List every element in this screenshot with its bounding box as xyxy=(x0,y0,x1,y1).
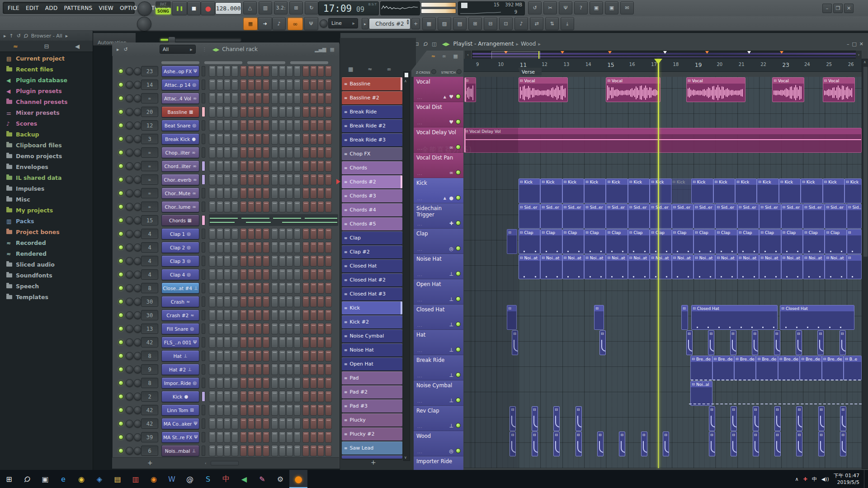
channel-button[interactable]: Chor..everb∞ xyxy=(161,174,199,185)
step-cell[interactable] xyxy=(271,160,278,172)
step-cell[interactable] xyxy=(279,269,286,280)
step-cell[interactable] xyxy=(217,106,223,117)
pat-clip-kick[interactable]: ⊟Kick xyxy=(779,178,801,203)
nar-clip[interactable]: ⊟ xyxy=(752,330,758,355)
nar-clip[interactable]: ⊟ xyxy=(599,330,606,355)
browser-item-soundfonts[interactable]: Soundfonts xyxy=(6,272,52,279)
channel-selector[interactable] xyxy=(202,215,205,225)
step-cell[interactable] xyxy=(302,228,309,239)
pat-clip-kick[interactable]: ⊟Kick xyxy=(562,178,584,203)
step-cell[interactable] xyxy=(310,228,317,239)
step-cell[interactable] xyxy=(310,201,317,212)
audio-clip[interactable]: ⊟ xyxy=(464,77,476,102)
playlist-navigator[interactable] xyxy=(472,51,856,60)
step-cell[interactable] xyxy=(255,133,262,145)
track-header-clap[interactable]: Clap...◎ xyxy=(414,229,463,254)
track-options-dots[interactable]: ... xyxy=(417,121,423,125)
step-cell[interactable] xyxy=(240,350,247,361)
step-cell[interactable] xyxy=(231,93,238,104)
taskbar-app-at-icon[interactable]: @ xyxy=(181,470,199,488)
nar-clip[interactable]: ⊟ xyxy=(509,432,516,456)
nar-clip[interactable]: ⊟ xyxy=(796,330,802,355)
pat-clip-kick[interactable]: ⊟Kick xyxy=(823,178,844,203)
pattern-bassline[interactable]: ≡Bassline xyxy=(342,77,402,90)
pat-clip-noi-al[interactable]: ⊟Noi..al xyxy=(690,381,712,406)
pat-clip-clap[interactable]: ⊟Clap xyxy=(693,229,715,254)
pat-clip-bre-de[interactable]: ⊟Bre..de xyxy=(800,356,821,380)
pat-clip-kick[interactable]: ⊟Kick xyxy=(713,178,735,203)
step-cell[interactable] xyxy=(286,120,293,131)
step-cell[interactable] xyxy=(263,174,269,185)
step-cell[interactable] xyxy=(271,93,278,104)
nar-clip[interactable]: ⊟ xyxy=(818,432,825,456)
step-cell[interactable] xyxy=(209,445,216,456)
panel-toggle-button-7[interactable]: ⇄ xyxy=(530,17,543,30)
channel-selector[interactable] xyxy=(202,80,205,90)
channel-selector[interactable] xyxy=(202,120,205,131)
step-cell[interactable] xyxy=(263,404,269,416)
step-cell[interactable] xyxy=(255,93,262,104)
step-cell[interactable] xyxy=(302,269,309,280)
step-cell[interactable] xyxy=(263,242,269,253)
channel-mute-led[interactable] xyxy=(118,123,123,128)
step-cell[interactable] xyxy=(217,282,223,294)
transport-option-button-2[interactable]: 3.2: xyxy=(274,1,288,14)
channel-pan-knob[interactable] xyxy=(126,393,133,400)
step-cell[interactable] xyxy=(224,269,231,280)
pat-clip-sid-er[interactable]: ⊟Sid..er xyxy=(803,204,825,229)
track-enable-led[interactable] xyxy=(456,170,461,175)
channel-mute-led[interactable] xyxy=(118,177,123,182)
pat-clip-noi-at[interactable]: ⊟Noi..at xyxy=(803,254,825,279)
step-cell[interactable] xyxy=(310,79,317,90)
step-cell[interactable] xyxy=(240,228,247,239)
step-cell[interactable] xyxy=(294,93,301,104)
track-enable-led[interactable] xyxy=(456,347,461,352)
zcross-toggle[interactable]: Z-CROSS xyxy=(416,69,436,75)
pat-clip-sid-er[interactable]: ⊟Sid..er xyxy=(606,204,627,229)
step-cell[interactable] xyxy=(325,93,332,104)
browser-item-sliced-audio[interactable]: Sliced audio xyxy=(6,261,55,268)
step-cell[interactable] xyxy=(310,242,317,253)
step-cell[interactable] xyxy=(231,404,238,416)
pat-clip-noi-at[interactable]: ⊟Noi..at xyxy=(715,254,737,279)
step-cell[interactable] xyxy=(317,133,324,145)
channel-target-display[interactable]: 14 xyxy=(141,80,158,90)
browser-tab-files-icon[interactable]: ⊟ xyxy=(44,43,49,50)
channel-mute-led[interactable] xyxy=(118,258,123,263)
main-pitch-knob[interactable] xyxy=(137,1,152,16)
step-cell[interactable] xyxy=(286,377,293,389)
playlist-tool-10[interactable]: ◫ xyxy=(432,41,436,47)
pat-clip-bre-de[interactable]: ⊟Bre..de xyxy=(734,356,756,380)
pattern-chop-fx[interactable]: ≡Chop FX xyxy=(342,147,402,160)
pattern-chords[interactable]: ≡Chords xyxy=(342,161,402,174)
step-cell[interactable] xyxy=(302,147,309,158)
step-cell[interactable] xyxy=(248,418,255,429)
channel-selector[interactable] xyxy=(202,418,205,429)
nar-clip[interactable]: ⊟ xyxy=(553,406,560,431)
rack-add-channel-button[interactable]: + xyxy=(147,459,153,466)
step-cell[interactable] xyxy=(286,418,293,429)
step-cell[interactable] xyxy=(240,269,247,280)
utility-button-2[interactable]: Ψ xyxy=(559,1,572,14)
step-cell[interactable] xyxy=(248,133,255,145)
browser-item-plugin-database[interactable]: ◀Plugin database xyxy=(6,77,67,84)
step-cell[interactable] xyxy=(279,282,286,294)
channel-mute-led[interactable] xyxy=(118,408,123,413)
step-cell[interactable] xyxy=(217,66,223,77)
audio-clip-vocal[interactable]: ⊟Vocal xyxy=(519,77,568,102)
channel-mute-led[interactable] xyxy=(118,164,123,169)
navigator-end-box[interactable] xyxy=(863,51,867,59)
channel-volume-knob[interactable] xyxy=(134,176,142,183)
step-cell[interactable] xyxy=(231,269,238,280)
pat-clip-clap[interactable]: ⊟Clap xyxy=(781,229,803,254)
channel-pan-knob[interactable] xyxy=(126,433,133,441)
pat-clip-noi-at[interactable]: ⊟Noi..at xyxy=(693,254,715,279)
channel-target-display[interactable]: ∞ xyxy=(141,174,158,185)
rack-detach-icon[interactable]: ▸ xyxy=(117,47,119,52)
step-cell[interactable] xyxy=(209,255,216,267)
pat-clip-kick[interactable]: ⊟Kick xyxy=(735,178,757,203)
taskbar-start-icon[interactable]: ⊞ xyxy=(0,470,18,488)
taskbar-app-blue-icon[interactable]: ◈ xyxy=(90,470,108,488)
step-cell[interactable] xyxy=(224,228,231,239)
step-cell[interactable] xyxy=(271,147,278,158)
